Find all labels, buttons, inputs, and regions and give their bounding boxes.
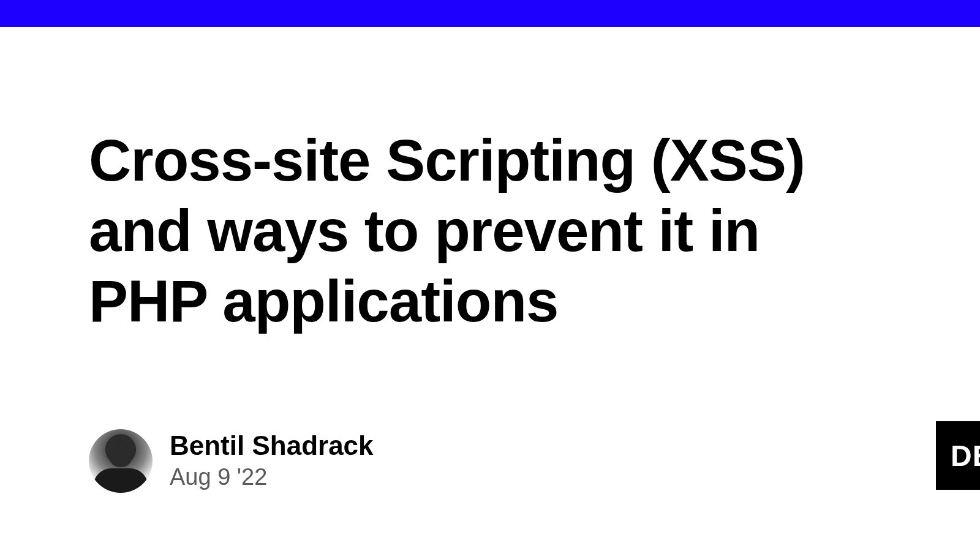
- author-name[interactable]: Bentil Shadrack: [170, 430, 374, 462]
- author-text-block: Bentil Shadrack Aug 9 '22: [170, 430, 374, 492]
- dev-logo-badge[interactable]: DE: [936, 421, 980, 490]
- dev-logo-text: DE: [951, 439, 980, 473]
- article-content: Cross-site Scripting (XSS) and ways to p…: [0, 27, 980, 337]
- author-row: Bentil Shadrack Aug 9 '22: [89, 429, 374, 493]
- post-date: Aug 9 '22: [170, 462, 374, 492]
- article-title: Cross-site Scripting (XSS) and ways to p…: [89, 125, 891, 337]
- top-accent-bar: [0, 0, 980, 27]
- author-avatar[interactable]: [89, 429, 153, 493]
